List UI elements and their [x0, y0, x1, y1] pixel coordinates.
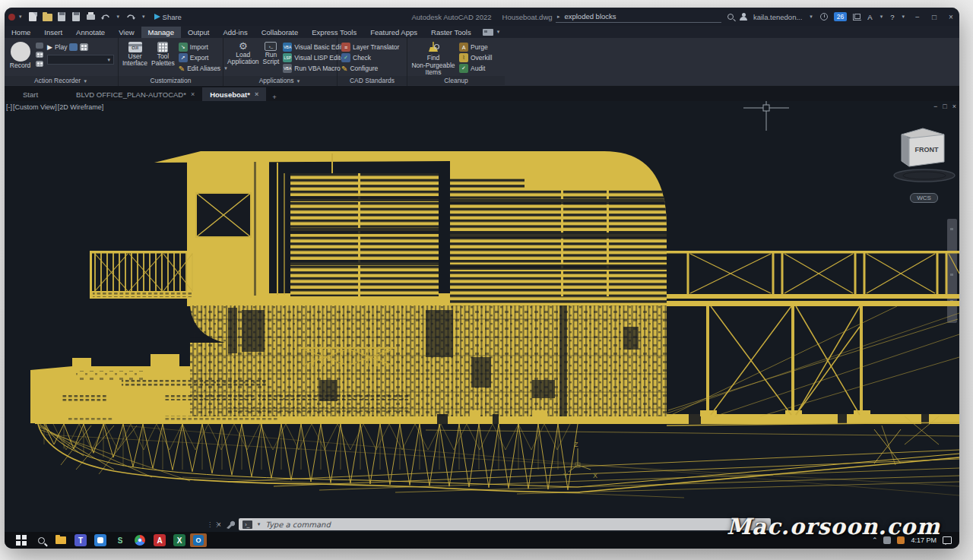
dock-drag-handle-icon[interactable]: ⋮⋮: [207, 523, 213, 527]
start-button[interactable]: [15, 534, 27, 546]
play-button[interactable]: ▶ Play: [47, 43, 114, 52]
tab-blvd-office-plan[interactable]: BLVD OFFICE_PLAN-AUTOCAD* ×: [68, 87, 202, 101]
open-file-icon[interactable]: [43, 12, 52, 21]
panel-title-action-recorder[interactable]: Action Recorder ▾: [5, 76, 118, 85]
search-input-value[interactable]: exploded blocks: [564, 12, 616, 21]
tab-express-tools[interactable]: Express Tools: [305, 27, 363, 38]
save-icon[interactable]: [57, 12, 67, 21]
wcs-button[interactable]: WCS: [910, 193, 938, 203]
s-app-button[interactable]: S: [114, 534, 126, 546]
drawing-restore-button[interactable]: □: [943, 103, 946, 110]
ribbon-display-button[interactable]: ▾: [483, 29, 502, 36]
drawing-minimize-button[interactable]: −: [933, 103, 937, 110]
search-history-icon[interactable]: ▸: [557, 14, 560, 20]
tab-insert[interactable]: Insert: [37, 27, 69, 38]
command-input-bar[interactable]: ›_ ▾ Type a command ▲: [239, 518, 771, 530]
tab-annotate[interactable]: Annotate: [69, 27, 112, 38]
trial-days-badge[interactable]: 26: [834, 12, 847, 21]
share-button[interactable]: Share: [154, 13, 182, 21]
tab-home[interactable]: Home: [5, 27, 37, 38]
tab-output[interactable]: Output: [181, 27, 217, 38]
chat-app-button[interactable]: [94, 534, 106, 546]
user-interface-button[interactable]: CUI User Interface: [122, 40, 147, 76]
layer-translator-button[interactable]: ≡ Layer Translator: [341, 43, 399, 52]
outlook-button[interactable]: O: [193, 535, 204, 546]
close-tab-icon[interactable]: ×: [255, 90, 258, 98]
autodesk-a-caret-icon[interactable]: ▾: [880, 14, 883, 20]
tab-start[interactable]: Start: [15, 87, 46, 101]
viewport-controls-menu[interactable]: [-]: [6, 103, 12, 111]
search-icon[interactable]: [727, 14, 734, 20]
overkill-button[interactable]: ⌇ Overkill: [459, 53, 492, 62]
cui-icon: CUI: [128, 42, 142, 52]
tab-raster-tools[interactable]: Raster Tools: [424, 27, 478, 38]
user-caret-icon[interactable]: ▾: [810, 14, 813, 20]
tab-houseboat[interactable]: Houseboat* ×: [202, 87, 266, 101]
drawing-close-button[interactable]: ×: [952, 103, 956, 110]
minimize-button[interactable]: −: [912, 13, 923, 21]
app-menu-caret-icon[interactable]: ▾: [19, 14, 22, 20]
help-caret-icon[interactable]: ▾: [902, 14, 905, 20]
panel-title-cad-standards[interactable]: CAD Standards: [338, 76, 407, 85]
tab-collaborate[interactable]: Collaborate: [255, 27, 306, 38]
help-button[interactable]: ?: [890, 13, 894, 21]
action-macro-dropdown[interactable]: ▾: [47, 55, 114, 65]
panel-title-customization[interactable]: Customization: [119, 76, 223, 85]
store-cart-icon[interactable]: [853, 14, 861, 21]
autodesk-a-button[interactable]: A: [867, 13, 872, 21]
tab-view[interactable]: View: [112, 27, 141, 38]
trial-clock-icon[interactable]: [820, 13, 828, 21]
app-menu-icon[interactable]: [8, 14, 15, 21]
customize-wrench-icon[interactable]: [225, 520, 235, 530]
new-file-icon[interactable]: [28, 12, 38, 21]
audit-button[interactable]: ✓ Audit: [459, 64, 492, 73]
tab-manage[interactable]: Manage: [141, 27, 181, 38]
new-tab-button[interactable]: +: [272, 93, 277, 101]
search-field[interactable]: ▸ exploded blocks: [556, 11, 721, 23]
record-button[interactable]: Record: [8, 40, 32, 76]
plot-icon[interactable]: [86, 12, 96, 21]
user-name[interactable]: kaila.tenedon...: [753, 13, 802, 21]
view-controls-menu[interactable]: [Custom View]: [13, 103, 57, 111]
insert-input-icon[interactable]: [36, 52, 43, 58]
check-button[interactable]: ✓ Check: [341, 53, 399, 62]
play-macro-icon[interactable]: [69, 43, 78, 51]
import-button[interactable]: ↘ Import: [179, 43, 229, 52]
file-explorer-button[interactable]: [55, 534, 67, 546]
redo-icon[interactable]: [125, 12, 136, 21]
save-as-icon[interactable]: [71, 12, 81, 21]
panel-title-applications[interactable]: Applications ▾: [223, 76, 337, 85]
export-button[interactable]: ↗ Export: [179, 53, 229, 62]
redo-caret-icon[interactable]: ▾: [142, 14, 145, 20]
command-close-icon[interactable]: ×: [217, 520, 221, 529]
chrome-button[interactable]: [134, 534, 146, 546]
panel-title-cleanup[interactable]: Cleanup: [407, 76, 505, 85]
drawing-canvas[interactable]: Z Y X [-] [Custom View] [2D Wireframe] −…: [5, 101, 959, 532]
taskbar-search-button[interactable]: [35, 534, 47, 546]
edit-aliases-button[interactable]: ✎ Edit Aliases ▾: [179, 64, 229, 73]
tab-add-ins[interactable]: Add-ins: [216, 27, 254, 38]
configure-button[interactable]: ✎ Configure: [341, 64, 399, 73]
outlook-active-tile[interactable]: O: [190, 533, 207, 547]
visual-style-menu[interactable]: [2D Wireframe]: [58, 103, 104, 111]
excel-button[interactable]: X: [173, 534, 185, 546]
command-recent-caret-icon[interactable]: ▾: [258, 521, 261, 527]
purge-button[interactable]: A Purge: [459, 43, 492, 52]
teams-button[interactable]: T: [74, 534, 87, 546]
run-script-button[interactable]: ›_ Run Script: [263, 40, 280, 76]
find-non-purgeable-button[interactable]: Find Non-Purgeable Items: [411, 40, 455, 76]
autocad-taskbar-button[interactable]: A: [154, 534, 166, 546]
collapsed-palette-tab[interactable]: [947, 219, 957, 323]
close-button[interactable]: ×: [946, 13, 956, 21]
undo-caret-icon[interactable]: ▾: [117, 14, 120, 20]
insert-message-icon[interactable]: [36, 43, 43, 49]
restore-button[interactable]: □: [929, 13, 940, 21]
load-application-button[interactable]: ⚙ Load Application: [227, 40, 259, 76]
action-manager-icon[interactable]: [80, 43, 88, 51]
preference-icon[interactable]: [36, 61, 43, 67]
tool-palettes-button[interactable]: Tool Palettes: [151, 40, 175, 76]
close-tab-icon[interactable]: ×: [191, 90, 195, 98]
tab-featured-apps[interactable]: Featured Apps: [363, 27, 424, 38]
viewcube[interactable]: FRONT: [891, 122, 959, 195]
undo-icon[interactable]: [100, 12, 111, 21]
